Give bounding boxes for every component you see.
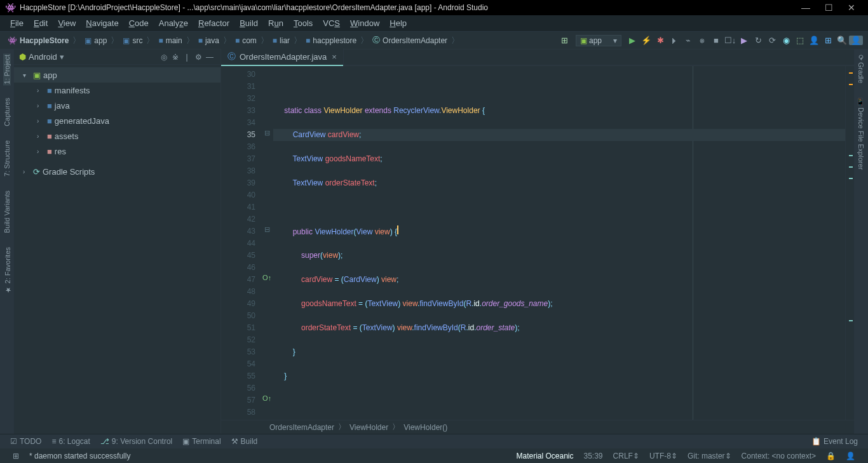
crumb-java[interactable]: ■java [196,36,222,45]
reload-icon[interactable]: ↻ [751,36,765,45]
tree-res[interactable]: ›■res [14,144,220,159]
status-indicator-icon[interactable]: ⊞ [8,452,24,460]
avatar-icon[interactable]: 👤 [849,36,863,45]
tab-ordersitemadapter[interactable]: Ⓒ OrdersItemAdapter.java × [221,48,344,65]
tool-build[interactable]: ⚒Build [226,437,263,446]
menu-edit[interactable]: Edit [29,18,53,28]
status-caret-pos[interactable]: 35:39 [579,452,608,460]
menu-analyze[interactable]: Analyze [154,18,193,28]
tool-logcat[interactable]: ≡6: Logcat [46,437,95,446]
attach-debugger-icon[interactable]: ⌁ [681,36,695,45]
tool-gradle[interactable]: ⟳ Gradle [857,53,865,84]
sync-icon[interactable]: ⊞ [558,36,572,45]
project-structure-icon[interactable]: ◉ [779,36,793,45]
crumb-file[interactable]: ⒸOrdersItemAdapter [370,35,450,46]
titlebar: 👾 HacppleStore [D:\AndroidProject\Hacppl… [0,0,868,15]
profile-button[interactable]: ⏵ [667,36,681,45]
left-tool-strip: 1: Project Captures 7: Structure Build V… [0,50,14,434]
run-config-selector[interactable]: ▣ app▾ [576,35,621,46]
tool-project[interactable]: 1: Project [3,53,11,85]
menu-file[interactable]: File [5,18,29,28]
status-context[interactable]: Context: <no context> [736,452,821,460]
project-view-mode[interactable]: Android [29,52,57,62]
tree-gradle-scripts[interactable]: ›⟳Gradle Scripts [14,164,220,179]
status-theme[interactable]: Material Oceanic [511,452,578,460]
menu-help[interactable]: Help [384,18,412,28]
menu-refactor[interactable]: Refactor [193,18,234,28]
tool-favorites[interactable]: ★ 2: Favorites [3,246,11,295]
tool-captures[interactable]: Captures [3,97,11,128]
tool-todo[interactable]: ☑TODO [5,437,46,446]
coverage-icon[interactable]: ⎈ [695,36,709,45]
crumb-pkg[interactable]: ■hacpplestore [303,36,359,45]
status-encoding[interactable]: UTF-8⇕ [644,452,682,460]
menu-vcs[interactable]: VCS [318,18,345,28]
gutter-marks: ⊟ ⊟ O↑ O↑ [261,66,273,420]
crumb-src[interactable]: ▣src [120,36,145,45]
layout-inspector-icon[interactable]: ⬚ [793,36,807,45]
tree-assets[interactable]: ›■assets [14,128,220,144]
minimize-button[interactable]: — [794,3,817,13]
project-tree[interactable]: ▾▣app ›■manifests ›■java ›■generatedJava… [14,65,220,434]
menu-run[interactable]: Run [263,18,288,28]
tool-structure[interactable]: 7: Structure [3,139,11,178]
tree-generatedjava[interactable]: ›■generatedJava [14,113,220,128]
status-line-sep[interactable]: CRLF⇕ [608,452,644,460]
crumb-com[interactable]: ■com [233,36,259,45]
class-icon: Ⓒ [227,51,236,62]
target-icon[interactable]: ◎ [158,53,170,62]
tool-event-log[interactable]: 📋Event Log [806,437,863,446]
editor-tabs: Ⓒ OrdersItemAdapter.java × [221,50,854,66]
debug-button[interactable]: ✱ [653,36,667,45]
android-icon: ⬢ [19,52,26,62]
lock-icon[interactable]: 🔒 [821,452,841,460]
crumb-liar[interactable]: ■liar [270,36,292,45]
tool-build-variants[interactable]: Build Variants [3,189,11,234]
status-message: * daemon started successfully [24,452,135,460]
gear-icon[interactable]: ⚙ [193,53,204,62]
theme-icon[interactable]: 👤 [807,36,821,45]
run-button[interactable]: ▶ [625,36,639,45]
bc-method[interactable]: ViewHolder() [400,423,451,432]
maximize-button[interactable]: ☐ [817,3,840,13]
tool-device-file-explorer[interactable]: 📱 Device File Explorer [857,96,865,171]
gradle-sync-icon[interactable]: ⟳ [765,36,779,45]
menu-code[interactable]: Code [124,18,154,28]
menu-window[interactable]: Window [345,18,384,28]
minimap[interactable] [845,66,854,420]
menu-navigate[interactable]: Navigate [81,18,123,28]
code-area[interactable]: 3031323334 3536373839 4041424344 4546474… [221,66,854,420]
crumb-project[interactable]: 👾HacppleStore [5,36,71,45]
divider: | [181,53,193,62]
grid-icon[interactable]: ⊞ [821,36,835,45]
menu-view[interactable]: View [53,18,81,28]
tree-java[interactable]: ›■java [14,98,220,113]
line-gutter: 3031323334 3536373839 4041424344 4546474… [221,66,261,420]
apply-changes-icon[interactable]: ⚡ [639,36,653,45]
close-tab-icon[interactable]: × [332,52,337,62]
status-git[interactable]: Git: master ⇕ [682,452,736,460]
menu-build[interactable]: Build [234,18,263,28]
tool-version-control[interactable]: ⎇9: Version Control [95,437,177,446]
hector-icon[interactable]: 👤 [841,452,860,460]
close-button[interactable]: ✕ [840,3,863,13]
project-panel-header: ⬢ Android ▾ ◎ ※ | ⚙ — [14,50,220,65]
crumb-main[interactable]: ■main [156,36,184,45]
hide-icon[interactable]: — [204,53,215,62]
chevron-down-icon[interactable]: ▾ [60,52,64,62]
search-icon[interactable]: 🔍 [835,36,849,45]
nav-bar: 👾HacppleStore 〉 ▣app 〉 ▣src 〉 ■main 〉 ■j… [0,32,868,50]
stop-button[interactable]: ■ [709,36,723,45]
tool-terminal[interactable]: ▣Terminal [177,437,226,446]
crumb-app[interactable]: ▣app [82,36,109,45]
bc-class[interactable]: OrdersItemAdapter [266,423,338,432]
tree-app[interactable]: ▾▣app [14,67,220,83]
sdk-manager-icon[interactable]: ▶ [737,36,751,45]
tree-manifests[interactable]: ›■manifests [14,83,220,98]
menu-tools[interactable]: Tools [288,18,318,28]
bc-inner[interactable]: ViewHolder [346,423,392,432]
code-content[interactable]: static class ViewHolder extends Recycler… [273,66,845,420]
collapse-icon[interactable]: ※ [170,53,181,62]
avd-manager-icon[interactable]: ☐↓ [723,36,737,45]
editor: Ⓒ OrdersItemAdapter.java × 3031323334 35… [221,50,854,434]
